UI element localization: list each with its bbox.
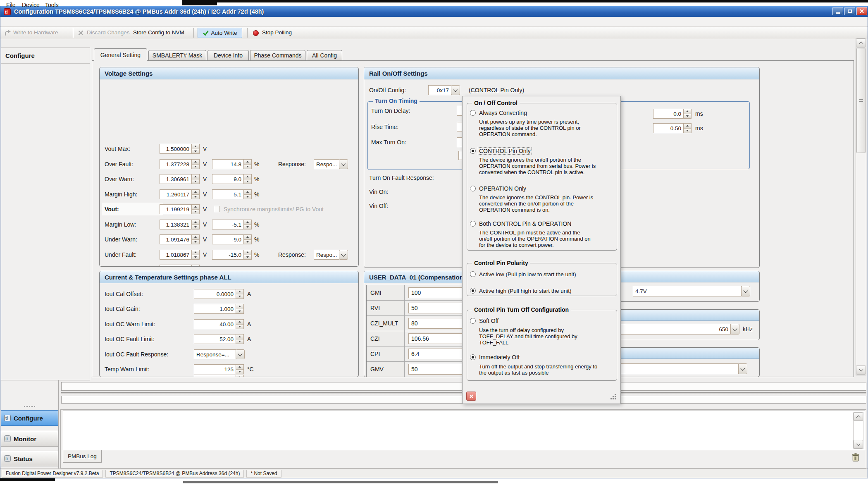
log-scroll-down-button[interactable] xyxy=(854,440,863,449)
pmbus-log-area[interactable] xyxy=(63,411,865,450)
menu-device[interactable]: Device xyxy=(20,1,42,9)
tab-all-config[interactable]: All Config xyxy=(307,50,342,60)
radio-both-control-operation[interactable] xyxy=(470,221,476,227)
spinner[interactable] xyxy=(236,364,244,374)
combo-arrow[interactable] xyxy=(741,286,750,296)
spinner[interactable] xyxy=(683,123,692,133)
turn-off-fall-input[interactable]: 0.50 xyxy=(653,123,684,133)
vin-threshold-combo[interactable]: 4.7V xyxy=(633,286,742,296)
turn-off-delay-input[interactable]: 0.0 xyxy=(653,109,684,119)
spinner[interactable] xyxy=(236,334,244,344)
discard-changes-button[interactable]: Discard Changes xyxy=(87,29,130,36)
sidebar-item-monitor[interactable]: ti Monitor xyxy=(1,431,58,447)
over-warn-pct-input[interactable]: 9.0 xyxy=(212,174,244,184)
radio-label-control-pin-only[interactable]: CONTROL Pin Only xyxy=(478,148,532,154)
spinner[interactable] xyxy=(236,319,244,329)
scroll-up-button[interactable] xyxy=(856,38,866,48)
iout-cal-offset-input[interactable]: 0.0000 xyxy=(194,289,236,299)
under-fault-response-combo[interactable]: Respo... xyxy=(314,250,339,260)
vout-max-input[interactable]: 1.500000 xyxy=(160,144,192,154)
radio-control-pin-only[interactable] xyxy=(470,148,476,154)
scrollbar-thumb[interactable] xyxy=(856,48,866,153)
combo-arrow[interactable] xyxy=(451,85,460,95)
over-fault-pct-input[interactable]: 14.8 xyxy=(212,159,244,169)
iout-cal-gain-input[interactable]: 1.000 xyxy=(194,304,236,314)
iout-oc-fault-response-combo[interactable]: Response=... xyxy=(194,349,236,359)
under-warn-input[interactable]: 1.091476 xyxy=(160,234,192,244)
combo-arrow[interactable] xyxy=(730,324,739,334)
sidebar-item-status[interactable]: ti Status xyxy=(1,451,58,466)
radio-label-operation-only[interactable]: OPERATION Only xyxy=(479,185,526,192)
spinner[interactable] xyxy=(243,250,252,260)
radio-label-active-high[interactable]: Active high (Pull high to start the unit… xyxy=(479,288,572,294)
gmv-input[interactable]: 50 xyxy=(408,364,468,375)
close-button[interactable] xyxy=(856,7,867,15)
write-to-hardware-button[interactable]: Write to Hardware xyxy=(13,29,58,36)
temp-warn-limit-input[interactable]: 125 xyxy=(194,364,236,374)
combo-arrow[interactable] xyxy=(339,250,348,260)
maximize-button[interactable] xyxy=(844,7,855,15)
margin-low-input[interactable]: 1.138321 xyxy=(160,220,192,229)
cpi-input[interactable]: 6.4 xyxy=(408,349,468,359)
margin-low-pct-input[interactable]: -5.1 xyxy=(212,220,244,229)
titlebar[interactable]: ti Configuration TPSM8S6C24/TPSM8S6B24 @… xyxy=(0,6,868,17)
tab-pmbus-log[interactable]: PMBus Log xyxy=(63,450,102,463)
tab-smbalert-mask[interactable]: SMBALERT# Mask xyxy=(148,50,206,60)
radio-always-converting[interactable] xyxy=(470,110,476,116)
spinner[interactable] xyxy=(236,375,244,377)
spinner[interactable] xyxy=(191,174,200,184)
spinner[interactable] xyxy=(236,304,244,314)
clipped-input[interactable] xyxy=(194,375,236,377)
radio-immediately-off[interactable] xyxy=(470,354,476,360)
store-config-to-nvm-button[interactable]: Store Config to NVM xyxy=(133,29,184,36)
under-fault-pct-input[interactable]: -15.0 xyxy=(212,250,244,260)
spinner[interactable] xyxy=(191,159,200,169)
radio-soft-off[interactable] xyxy=(470,318,476,324)
spinner[interactable] xyxy=(243,234,252,244)
tab-phase-commands[interactable]: Phase Commands xyxy=(250,50,305,60)
radio-label-both[interactable]: Both CONTROL Pin & OPERATION xyxy=(479,220,571,227)
radio-label-immediately-off[interactable]: Immediately Off xyxy=(479,354,520,361)
over-fault-response-combo[interactable]: Respo... xyxy=(314,159,339,169)
spinner[interactable] xyxy=(191,204,200,214)
spinner[interactable] xyxy=(191,250,200,260)
radio-label-active-low[interactable]: Active low (Pull pin low to start the un… xyxy=(479,271,576,277)
czi-mult-input[interactable]: 80 xyxy=(408,318,468,329)
vout-min-input[interactable]: 0.500000 xyxy=(160,265,192,267)
spinner[interactable] xyxy=(236,289,244,299)
rvi-input[interactable]: 50 xyxy=(408,303,468,313)
tab-general-setting[interactable]: General Setting xyxy=(94,48,147,61)
radio-label-always-converting[interactable]: Always Converting xyxy=(479,110,527,116)
iout-oc-fault-input[interactable]: 52.00 xyxy=(194,334,236,344)
radio-active-high[interactable] xyxy=(470,288,476,294)
spinner[interactable] xyxy=(191,189,200,199)
trash-icon[interactable] xyxy=(851,453,860,462)
spinner[interactable] xyxy=(243,174,252,184)
splitter-dots[interactable] xyxy=(24,406,25,407)
spinner[interactable] xyxy=(191,144,200,154)
minimize-button[interactable] xyxy=(832,7,843,15)
radio-label-soft-off[interactable]: Soft Off xyxy=(479,318,498,324)
menu-file[interactable]: File xyxy=(4,1,18,9)
spinner[interactable] xyxy=(243,220,252,229)
under-fault-input[interactable]: 1.018867 xyxy=(160,250,192,260)
combo-arrow[interactable] xyxy=(236,349,245,359)
log-scroll-up-button[interactable] xyxy=(854,412,863,421)
spinner[interactable] xyxy=(683,109,692,119)
auto-write-button[interactable]: Auto Write xyxy=(198,28,242,38)
sync-margins-checkbox[interactable] xyxy=(214,206,220,212)
over-warn-input[interactable]: 1.306961 xyxy=(160,174,192,184)
popup-close-button[interactable] xyxy=(466,392,476,401)
tab-device-info[interactable]: Device Info xyxy=(207,50,249,60)
iout-oc-warn-input[interactable]: 40.00 xyxy=(194,319,236,329)
spinner[interactable] xyxy=(243,189,252,199)
resize-grip[interactable] xyxy=(615,398,616,399)
under-warn-pct-input[interactable]: -9.0 xyxy=(212,234,244,244)
scroll-down-button[interactable] xyxy=(856,366,866,375)
spinner[interactable] xyxy=(191,234,200,244)
gmi-input[interactable]: 100 xyxy=(408,287,468,298)
vout-input[interactable]: 1.199219 xyxy=(160,204,192,214)
radio-active-low[interactable] xyxy=(470,271,476,277)
spinner[interactable] xyxy=(243,159,252,169)
combo-arrow[interactable] xyxy=(738,363,747,374)
